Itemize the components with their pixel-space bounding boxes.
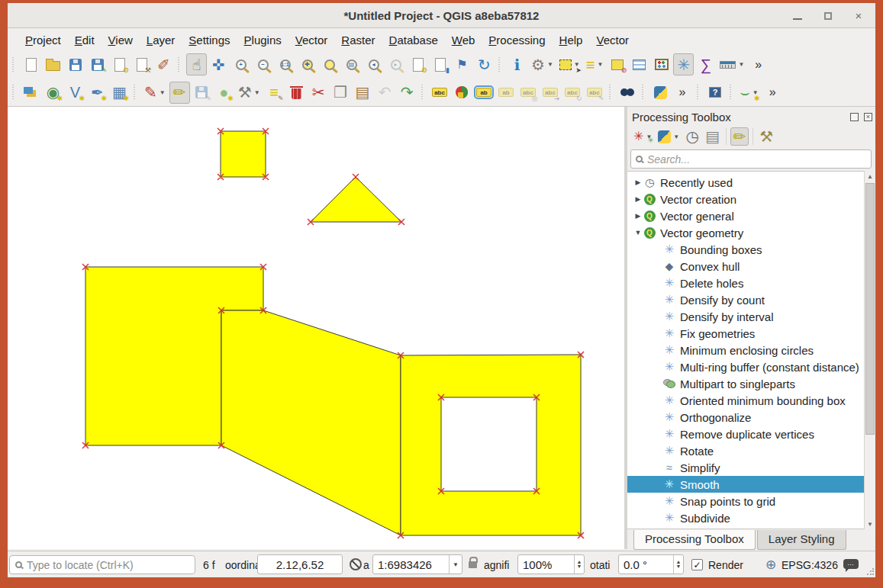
open-project-button[interactable] bbox=[43, 53, 63, 76]
menu-help[interactable]: Help bbox=[553, 31, 590, 50]
menu-layer[interactable]: Layer bbox=[140, 31, 182, 50]
toolbar-grip[interactable] bbox=[696, 85, 702, 100]
scroll-up-arrow[interactable]: ▲ bbox=[865, 171, 875, 182]
magnifier-spinbox[interactable]: 100% ▲▼ bbox=[517, 554, 585, 574]
menu-web[interactable]: Web bbox=[445, 31, 482, 50]
toolbar-extension-3-button[interactable]: » bbox=[762, 82, 783, 104]
help-contents-button[interactable]: ? bbox=[705, 82, 726, 104]
category-vector-geometry[interactable]: ▼QVector geometry bbox=[627, 224, 875, 241]
toolbar-grip[interactable] bbox=[729, 85, 735, 100]
menu-processing[interactable]: Processing bbox=[482, 31, 552, 50]
zoom-to-selection-button[interactable] bbox=[319, 53, 340, 76]
category-vector-general[interactable]: ▶QVector general bbox=[627, 207, 875, 224]
category-vector-creation[interactable]: ▶QVector creation bbox=[627, 191, 875, 207]
current-edits-button[interactable]: ✎▼ bbox=[142, 82, 168, 104]
menu-project[interactable]: Project bbox=[18, 31, 68, 50]
open-data-source-manager-button[interactable] bbox=[21, 82, 41, 104]
toolbar-grip[interactable] bbox=[177, 57, 183, 72]
feature-small-square[interactable] bbox=[221, 131, 266, 177]
scroll-down-arrow[interactable]: ▼ bbox=[865, 519, 875, 529]
expand-arrow-icon[interactable]: ▶ bbox=[633, 178, 643, 186]
processing-toolbox-toggle-button[interactable]: ✳ bbox=[673, 53, 694, 76]
algorithm-convex-hull[interactable]: ◆Convex hull bbox=[627, 258, 875, 275]
vertex-tool-button[interactable]: ⌣✱▼ bbox=[738, 82, 761, 104]
algorithm-orthogonalize[interactable]: ✳Orthogonalize bbox=[627, 409, 875, 426]
algorithm-subdivide[interactable]: ✳Subdivide bbox=[627, 509, 875, 526]
dock-tab-layer-styling[interactable]: Layer Styling bbox=[757, 530, 846, 550]
algorithm-smooth[interactable]: ✳Smooth bbox=[627, 476, 875, 493]
metasearch-button[interactable] bbox=[617, 82, 638, 104]
toolbar-grip[interactable] bbox=[11, 57, 18, 72]
scrollbar-thumb[interactable] bbox=[865, 183, 875, 435]
magnifier-spin-arrows[interactable]: ▲▼ bbox=[574, 555, 584, 574]
render-checkbox[interactable]: ✓ bbox=[691, 559, 703, 570]
scale-dropdown-arrow[interactable]: ▼ bbox=[449, 555, 462, 574]
lock-scale-icon[interactable] bbox=[469, 561, 477, 568]
panel-close-button[interactable]: × bbox=[864, 113, 872, 121]
panel-float-button[interactable] bbox=[850, 113, 859, 121]
save-project-as-button[interactable]: ✎ bbox=[87, 53, 108, 76]
show-spatial-bookmarks-button[interactable]: ⚑ bbox=[452, 53, 472, 76]
modify-attributes-button[interactable]: ≡✎ bbox=[264, 82, 285, 104]
new-project-button[interactable] bbox=[21, 53, 41, 76]
algorithm-multipart-to-singleparts[interactable]: Multipart to singleparts bbox=[627, 375, 875, 392]
algorithm-rotate[interactable]: ✳Rotate bbox=[627, 442, 875, 459]
toolbar-grip[interactable] bbox=[11, 85, 18, 100]
zoom-full-button[interactable]: ✚ bbox=[297, 53, 317, 76]
layer-labeling-options-button[interactable]: abc bbox=[430, 82, 450, 104]
algorithm-densify-by-count[interactable]: ✳Densify by count bbox=[627, 291, 875, 308]
scale-combobox[interactable]: 1:6983426 ▼ bbox=[372, 554, 462, 574]
toolbar-extension-button[interactable]: » bbox=[748, 53, 769, 76]
advanced-digitizing-tools-dropdown-arrow[interactable]: ▼ bbox=[254, 89, 260, 96]
algorithm-minimum-enclosing-circles[interactable]: ✳Minimum enclosing circles bbox=[627, 342, 875, 358]
resize-grip[interactable] bbox=[866, 568, 874, 576]
coordinate-input[interactable]: 2.12,6.52 bbox=[257, 554, 343, 574]
rotation-spinbox[interactable]: 0.0 ° ▲▼ bbox=[618, 554, 684, 574]
refresh-button[interactable]: ↻ bbox=[474, 53, 495, 76]
new-3d-map-view-button[interactable]: ▮ bbox=[430, 53, 450, 76]
toolbar-extension-2-button[interactable]: » bbox=[672, 82, 693, 104]
open-attribute-table-button[interactable] bbox=[629, 53, 649, 76]
feature-band-polygon[interactable] bbox=[221, 310, 401, 535]
toolbar-grip[interactable] bbox=[498, 57, 504, 72]
measure-line-dropdown-arrow[interactable]: ▼ bbox=[738, 61, 744, 68]
minimize-button[interactable] bbox=[791, 10, 804, 22]
field-calculator-button[interactable] bbox=[651, 53, 672, 76]
algorithm-fix-geometries[interactable]: ✳Fix geometries bbox=[627, 325, 875, 342]
toolbar-grip[interactable] bbox=[133, 85, 139, 100]
select-features-button[interactable]: ➤▼ bbox=[557, 53, 582, 76]
extents-toggle-icon[interactable] bbox=[350, 558, 362, 570]
expand-arrow-icon[interactable]: ▶ bbox=[633, 212, 643, 220]
algorithm-simplify[interactable]: ≈Simplify bbox=[627, 459, 875, 476]
algorithm-multi-ring-buffer-constant-distance-[interactable]: ✳Multi-ring buffer (constant distance) bbox=[627, 358, 875, 375]
algorithm-densify-by-interval[interactable]: ✳Densify by interval bbox=[627, 308, 875, 325]
rotation-spin-arrows[interactable]: ▲▼ bbox=[673, 555, 683, 574]
toolbar-grip[interactable] bbox=[608, 85, 614, 100]
deselect-features-button[interactable]: ⊘ bbox=[607, 53, 627, 76]
feature-triangle[interactable] bbox=[311, 177, 401, 222]
algorithm-snap-points-to-grid[interactable]: ✳Snap points to grid bbox=[627, 493, 875, 509]
pan-map-button[interactable]: ☝ bbox=[186, 53, 207, 76]
select-features-by-value-button[interactable]: ≡▼ bbox=[584, 53, 606, 76]
redo-button[interactable]: ↷ bbox=[397, 82, 417, 104]
history-button[interactable]: ◷ bbox=[683, 127, 701, 146]
toggle-editing-button[interactable]: ✏ bbox=[169, 82, 190, 104]
menu-raster[interactable]: Raster bbox=[334, 31, 382, 50]
menu-edit[interactable]: Edit bbox=[68, 31, 102, 50]
feature-right-polygon[interactable] bbox=[401, 355, 581, 535]
advanced-digitizing-tools-button[interactable]: ⚒▼ bbox=[236, 82, 263, 104]
toolbar-grip[interactable] bbox=[421, 85, 427, 100]
pan-to-selection-button[interactable]: ✜ bbox=[208, 53, 229, 76]
render-checkbox-label[interactable]: Render bbox=[708, 551, 743, 578]
copy-features-button[interactable]: ❐ bbox=[330, 82, 351, 104]
digitize-with-shape-button[interactable]: ●✱ bbox=[214, 82, 234, 104]
algorithm-bounding-boxes[interactable]: ✳Bounding boxes bbox=[627, 241, 875, 258]
crs-status[interactable]: EPSG:4326 bbox=[781, 551, 838, 578]
new-map-view-button[interactable]: ⚙ bbox=[408, 53, 428, 76]
zoom-native-button[interactable]: 1:1 bbox=[275, 53, 295, 76]
paste-features-button[interactable]: ▤ bbox=[353, 82, 373, 104]
new-virtual-layer-button[interactable]: ▦✱ bbox=[109, 82, 130, 104]
new-print-layout-button[interactable]: ⚙ bbox=[109, 53, 130, 76]
delete-selected-button[interactable] bbox=[286, 82, 307, 104]
close-button[interactable]: × bbox=[852, 10, 865, 22]
